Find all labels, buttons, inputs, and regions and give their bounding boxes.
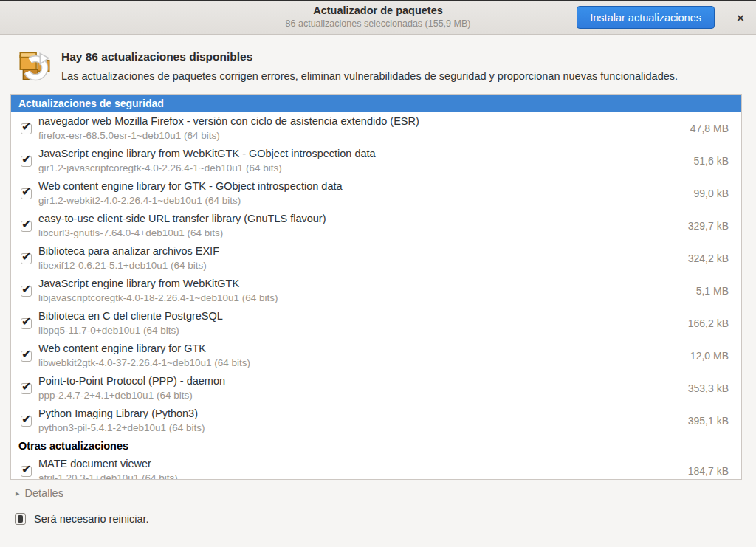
check-icon: ✔ bbox=[21, 250, 31, 264]
check-icon: ✔ bbox=[21, 314, 31, 328]
package-title: Biblioteca en C del cliente PostgreSQL bbox=[38, 309, 679, 323]
package-version: gir1.2-javascriptcoregtk-4.0-2.26.4-1~de… bbox=[38, 161, 685, 175]
other-updates-group: ✔ MATE document viewer atril-1.20.3-1+de… bbox=[11, 455, 741, 480]
table-row[interactable]: ✔ Point-to-Point Protocol (PPP) - daemon… bbox=[11, 372, 741, 405]
update-checkbox[interactable]: ✔ bbox=[21, 123, 32, 134]
security-updates-group: ✔ navegador web Mozilla Firefox - versió… bbox=[11, 112, 741, 437]
package-title: Biblioteca para analizar archivos EXIF bbox=[38, 244, 679, 258]
package-title: navegador web Mozilla Firefox - versión … bbox=[38, 114, 681, 128]
section-header-other: Otras actualizaciones bbox=[11, 437, 741, 455]
check-icon: ✔ bbox=[21, 185, 31, 199]
check-icon: ✔ bbox=[21, 412, 31, 426]
update-checkbox[interactable]: ✔ bbox=[21, 351, 32, 362]
package-version: libcurl3-gnutls-7.64.0-4+deb10u1 (64 bit… bbox=[38, 226, 679, 240]
table-row[interactable]: ✔ navegador web Mozilla Firefox - versió… bbox=[11, 112, 741, 145]
package-title: Web content engine library for GTK - GOb… bbox=[38, 179, 685, 193]
table-row[interactable]: ✔ Web content engine library for GTK - G… bbox=[11, 177, 741, 210]
package-version: libwebkit2gtk-4.0-37-2.26.4-1~deb10u1 (6… bbox=[38, 356, 681, 370]
table-row[interactable]: ✔ JavaScript engine library from WebKitG… bbox=[11, 145, 741, 177]
package-updater-icon bbox=[15, 46, 55, 86]
update-checkbox[interactable]: ✔ bbox=[21, 221, 32, 232]
table-row[interactable]: ✔ MATE document viewer atril-1.20.3-1+de… bbox=[11, 455, 741, 480]
update-checkbox[interactable]: ✔ bbox=[21, 253, 32, 264]
page-header: Hay 86 actualizaciones disponibles Las a… bbox=[15, 44, 741, 86]
package-size: 12,0 MB bbox=[690, 350, 729, 362]
update-list: Actualizaciones de seguridad ✔ navegador… bbox=[10, 94, 742, 480]
restart-icon bbox=[15, 513, 26, 525]
package-title: JavaScript engine library from WebKitGTK… bbox=[38, 147, 685, 161]
titlebar: Actualizador de paquetes 86 actualizacio… bbox=[0, 0, 756, 35]
table-row[interactable]: ✔ easy-to-use client-side URL transfer l… bbox=[11, 210, 741, 242]
package-size: 47,8 MB bbox=[690, 123, 729, 134]
update-checkbox[interactable]: ✔ bbox=[21, 416, 32, 427]
update-checkbox[interactable]: ✔ bbox=[21, 466, 32, 477]
package-version: libpq5-11.7-0+deb10u1 (64 bits) bbox=[38, 323, 679, 337]
package-version: libexif12-0.6.21-5.1+deb10u1 (64 bits) bbox=[38, 258, 679, 272]
package-version: atril-1.20.3-1+deb10u1 (64 bits) bbox=[38, 471, 679, 480]
titlebar-title-block: Actualizador de paquetes 86 actualizacio… bbox=[286, 4, 471, 29]
update-checkbox[interactable]: ✔ bbox=[21, 318, 32, 329]
package-size: 51,6 kB bbox=[694, 155, 729, 167]
update-checkbox[interactable]: ✔ bbox=[21, 383, 32, 394]
package-title: MATE document viewer bbox=[38, 457, 679, 471]
table-row[interactable]: ✔ Biblioteca para analizar archivos EXIF… bbox=[11, 242, 741, 275]
table-row[interactable]: ✔ Python Imaging Library (Python3) pytho… bbox=[11, 405, 741, 437]
restart-notice: Será necesario reiniciar. bbox=[15, 513, 149, 525]
update-checkbox[interactable]: ✔ bbox=[21, 156, 32, 167]
window-subtitle: 86 actualizaciones seleccionadas (155,9 … bbox=[286, 18, 471, 29]
package-version: libjavascriptcoregtk-4.0-18-2.26.4-1~deb… bbox=[38, 291, 687, 305]
package-size: 329,7 kB bbox=[688, 220, 729, 232]
check-icon: ✔ bbox=[21, 379, 31, 393]
package-size: 5,1 MB bbox=[696, 285, 729, 297]
package-version: gir1.2-webkit2-4.0-2.26.4-1~deb10u1 (64 … bbox=[38, 193, 685, 207]
table-row[interactable]: ✔ Web content engine library for GTK lib… bbox=[11, 340, 741, 372]
section-header-security: Actualizaciones de seguridad bbox=[11, 95, 741, 112]
package-version: python3-pil-5.4.1-2+deb10u1 (64 bits) bbox=[38, 421, 679, 435]
check-icon: ✔ bbox=[21, 152, 31, 166]
package-title: Web content engine library for GTK bbox=[38, 342, 681, 356]
package-size: 184,7 kB bbox=[688, 465, 729, 477]
package-title: Python Imaging Library (Python3) bbox=[38, 407, 679, 421]
page-description: Las actualizaciones de paquetes corrigen… bbox=[61, 70, 678, 82]
package-size: 166,2 kB bbox=[688, 317, 729, 329]
restart-notice-text: Será necesario reiniciar. bbox=[34, 513, 149, 525]
package-title: Point-to-Point Protocol (PPP) - daemon bbox=[38, 374, 679, 388]
table-row[interactable]: ✔ Biblioteca en C del cliente PostgreSQL… bbox=[11, 307, 741, 340]
window-title: Actualizador de paquetes bbox=[286, 4, 471, 16]
check-icon: ✔ bbox=[21, 120, 31, 134]
table-row[interactable]: ✔ JavaScript engine library from WebKitG… bbox=[11, 275, 741, 307]
package-size: 99,0 kB bbox=[694, 188, 729, 199]
package-size: 395,1 kB bbox=[688, 415, 729, 427]
package-size: 353,3 kB bbox=[688, 382, 729, 394]
close-icon[interactable]: × bbox=[731, 9, 750, 28]
install-updates-button[interactable]: Instalar actualizaciones bbox=[577, 6, 715, 29]
chevron-right-icon: ▸ bbox=[16, 489, 20, 498]
update-checkbox[interactable]: ✔ bbox=[21, 188, 32, 199]
package-title: JavaScript engine library from WebKitGTK bbox=[38, 277, 687, 291]
details-label: Detalles bbox=[25, 487, 63, 499]
check-icon: ✔ bbox=[21, 462, 31, 476]
package-size: 324,2 kB bbox=[688, 252, 729, 264]
check-icon: ✔ bbox=[21, 347, 31, 361]
check-icon: ✔ bbox=[21, 282, 31, 296]
page-title: Hay 86 actualizaciones disponibles bbox=[61, 50, 678, 63]
check-icon: ✔ bbox=[21, 217, 31, 231]
package-title: easy-to-use client-side URL transfer lib… bbox=[38, 212, 679, 226]
details-expander[interactable]: ▸ Detalles bbox=[16, 487, 63, 499]
package-version: ppp-2.4.7-2+4.1+deb10u1 (64 bits) bbox=[38, 388, 679, 402]
update-checkbox[interactable]: ✔ bbox=[21, 286, 32, 297]
package-version: firefox-esr-68.5.0esr-1~deb10u1 (64 bits… bbox=[38, 128, 681, 142]
